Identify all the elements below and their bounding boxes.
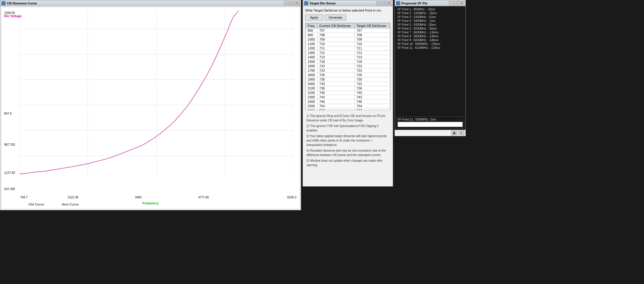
chart-legend: Old Curve New Curve	[28, 203, 79, 206]
table-cell: 2400	[306, 100, 318, 104]
table-row[interactable]: 2200740740	[306, 91, 390, 95]
table-cell: 718	[355, 60, 390, 64]
table-cell: 723	[355, 64, 390, 68]
table-cell: 754	[317, 104, 354, 108]
proposed-grid-button[interactable]: ▦	[451, 131, 457, 135]
table-cell: 709	[355, 37, 390, 42]
table-cell: 730	[355, 77, 390, 82]
x-tick-4777: 4777.65	[198, 196, 209, 199]
vf-point-item[interactable]: VF Point 4 : 3400MHz : -1mv	[396, 19, 464, 23]
table-row[interactable]: 2100736736	[306, 86, 390, 91]
table-cell: 733	[317, 82, 354, 86]
background-region	[395, 136, 644, 284]
cb-minimize-button[interactable]: ─	[284, 1, 289, 5]
x-tick-3450: 3450	[135, 196, 141, 199]
vf-points-list[interactable]: VF Point 1 : 800MHz : -32mvVF Point 2 : …	[396, 7, 464, 115]
table-cell: 740	[317, 91, 354, 95]
action-button-row: Apply Generate	[305, 15, 390, 20]
table-cell: 1700	[306, 68, 318, 73]
table-row[interactable]: 2400746746	[306, 100, 390, 104]
table-row[interactable]: 2500754754	[306, 104, 390, 108]
table-row[interactable]: 900708708	[306, 33, 390, 37]
vf-value-input[interactable]	[397, 122, 463, 127]
target-content-area: Write Target DieSense to below selected …	[303, 6, 393, 186]
table-cell: 1900	[306, 77, 318, 82]
cb-window-icon	[1, 1, 6, 5]
table-row[interactable]: 1800726726	[306, 73, 390, 77]
proposed-minimize-button[interactable]: ─	[449, 1, 454, 5]
table-row[interactable]: 800707707	[306, 28, 390, 33]
table-cell: 2100	[306, 86, 318, 91]
table-cell: 2500	[306, 104, 318, 108]
target-close-button[interactable]: ✕	[387, 1, 392, 5]
vf-point-item[interactable]: VF Point 2 : 1400MHz : -26mv	[396, 11, 464, 15]
proposed-window-controls: ─ □ ✕	[449, 1, 464, 5]
table-cell: 1100	[306, 42, 318, 46]
table-row[interactable]: 1400713713	[306, 55, 390, 60]
vf-point-item[interactable]: VF Point 9 : 6000MHz : -146mv	[396, 38, 464, 42]
target-diesense-window: Target Die Sense ─ □ ✕ Write Target DieS…	[303, 0, 393, 187]
table-cell: 730	[317, 77, 354, 82]
target-maximize-button[interactable]: □	[381, 1, 386, 5]
table-row[interactable]: 2300743743	[306, 95, 390, 100]
target-minimize-button[interactable]: ─	[376, 1, 381, 5]
table-row[interactable]: 1000709709	[306, 37, 390, 42]
table-row[interactable]: 1700723723	[306, 68, 390, 73]
table-cell: 718	[317, 60, 354, 64]
proposed-maximize-button[interactable]: □	[454, 1, 459, 5]
proposed-close-button[interactable]: ✕	[459, 1, 464, 5]
x-tick-2122: 2122.35	[68, 196, 78, 199]
table-cell: 800	[306, 28, 318, 33]
table-cell: 2600	[306, 108, 318, 110]
table-cell: 708	[317, 33, 354, 37]
vf-point-item[interactable]: VF Point 5 : 4300MHz : 20mv	[396, 23, 464, 27]
table-cell: 723	[317, 68, 354, 73]
cb-diesense-window: CB Diesense Curve ─ □ ✕ 1268.09 Die Volt…	[0, 0, 301, 210]
table-row[interactable]: 1100710710	[306, 42, 390, 46]
table-cell: 707	[317, 28, 354, 33]
table-cell: 733	[355, 82, 390, 86]
cb-maximize-button[interactable]: □	[290, 1, 294, 5]
y-tick-847: 847.6	[4, 112, 12, 115]
vf-point-item[interactable]: VF Point 6 : 5000MHz : -56mv	[396, 27, 464, 31]
table-row[interactable]: 1200711711	[306, 46, 390, 51]
table-cell: 1300	[306, 51, 318, 55]
table-cell: 723	[317, 64, 354, 68]
table-row[interactable]: 1300712712	[306, 51, 390, 55]
table-cell: 709	[317, 37, 354, 42]
table-row[interactable]: 1600723723	[306, 64, 390, 68]
apply-button[interactable]: Apply	[305, 15, 323, 20]
table-cell: 746	[317, 100, 354, 104]
proposed-title-text: Proposed VF Pts	[396, 1, 427, 5]
vf-point-item[interactable]: VF Point 10 : 6000MHz : -136mv	[396, 42, 464, 46]
cb-window-controls: ─ □ ✕	[284, 1, 300, 5]
vf-point-item[interactable]: VF Point 3 : 2400MHz : 12mv	[396, 15, 464, 19]
note-item: 4) Resultant diesense plot may be non-mo…	[306, 148, 389, 157]
instruction-text: Write Target DieSense to below selected …	[305, 9, 390, 12]
table-cell: 2000	[306, 82, 318, 86]
table-cell: 1400	[306, 55, 318, 60]
target-window-controls: ─ □ ✕	[376, 1, 392, 5]
target-window-icon	[304, 1, 308, 5]
table-row[interactable]: 2600762762	[306, 108, 390, 110]
vf-point-item[interactable]: VF Point 1 : 800MHz : -32mv	[396, 7, 464, 11]
cb-close-button[interactable]: ✕	[295, 1, 300, 5]
table-cell: 736	[317, 86, 354, 91]
note-item: 5) Window does not update when changes a…	[306, 158, 389, 167]
table-row[interactable]: 2000733733	[306, 82, 390, 86]
table-cell: 754	[355, 104, 390, 108]
proposed-list-button[interactable]: ≡	[458, 131, 464, 135]
col-target: Target CB DieSense	[355, 23, 390, 28]
vf-point-item[interactable]: VF Point 11 : 6100MHz : -125mv	[396, 46, 464, 50]
vf-point-item[interactable]: VF Point 8 : 5800MHz : -138mv	[396, 34, 464, 38]
note-item: 3) Your latest applied target diesense w…	[306, 134, 389, 147]
vf-point-item[interactable]: VF Point 7 : 5600MHz : -134mv	[396, 31, 464, 34]
table-row[interactable]: 1500718718	[306, 60, 390, 64]
diesense-table-container[interactable]: Freq Current CB DieSense Target CB DieSe…	[305, 23, 390, 110]
generate-button[interactable]: Generate	[325, 15, 346, 20]
table-cell: 713	[355, 55, 390, 60]
table-cell: 707	[355, 28, 390, 33]
target-title-bar: Target Die Sense ─ □ ✕	[303, 0, 393, 6]
cb-title-text: CB Diesense Curve	[1, 1, 37, 5]
table-row[interactable]: 1900730730	[306, 77, 390, 82]
